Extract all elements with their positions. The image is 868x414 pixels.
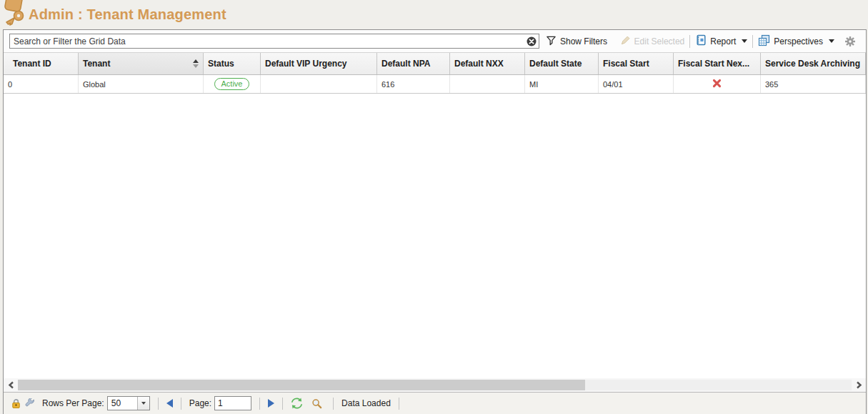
toolbar-separator [689, 35, 690, 48]
red-x-icon [712, 79, 722, 89]
grid-toolbar: Show Filters Edit Selected [4, 30, 866, 52]
grid-header-row: Tenant ID Tenant Status Default VIP Urge… [4, 52, 866, 75]
next-page-icon[interactable] [268, 399, 274, 408]
cell-default-state: MI [525, 75, 599, 93]
chevron-down-icon [829, 39, 834, 43]
grid-empty-area [4, 94, 866, 378]
column-header-tenant[interactable]: Tenant [79, 53, 204, 74]
data-loaded-status: Data Loaded [341, 398, 391, 408]
search-container [9, 34, 539, 49]
grid-panel: Show Filters Edit Selected [3, 29, 867, 414]
column-header-fiscal-start-next[interactable]: Fiscal Start Nex... [674, 53, 761, 74]
cell-fiscal-start-next [674, 75, 761, 93]
column-header-default-npa[interactable]: Default NPA [377, 53, 450, 74]
table-row[interactable]: 0 Global Active 616 MI 04/01 365 [4, 75, 866, 94]
rows-per-page-select[interactable]: 50 [107, 396, 150, 410]
horizontal-scrollbar [4, 378, 866, 392]
column-header-default-nxx[interactable]: Default NXX [450, 53, 525, 74]
perspectives-label: Perspectives [774, 36, 823, 46]
statusbar-separator [158, 398, 159, 410]
column-header-default-state[interactable]: Default State [525, 53, 599, 74]
statusbar-separator [282, 398, 283, 410]
prev-page-icon[interactable] [166, 399, 173, 408]
cell-tenant-id: 0 [4, 75, 79, 93]
page-title: Admin : Tenant Management [29, 6, 226, 23]
rows-per-page-label: Rows Per Page: [42, 398, 104, 408]
column-header-default-vip-urgency[interactable]: Default VIP Urgency [261, 53, 377, 74]
page-number-input[interactable] [214, 396, 251, 410]
cell-default-vip-urgency [261, 75, 377, 93]
cell-default-npa: 616 [377, 75, 450, 93]
report-notebook-icon [695, 34, 707, 48]
edit-selected-label: Edit Selected [634, 36, 685, 46]
select-chevron-down-icon [137, 397, 149, 410]
settings-gear-icon[interactable] [844, 36, 856, 47]
chevron-down-icon [742, 39, 747, 43]
statusbar-separator [181, 398, 181, 410]
wrench-icon[interactable] [24, 398, 35, 409]
rows-per-page-value: 50 [108, 397, 137, 410]
edit-pencil-icon [620, 35, 631, 48]
lock-icon[interactable] [11, 398, 21, 409]
statusbar-separator [333, 398, 334, 410]
toolbar-separator [752, 35, 753, 48]
cell-status: Active [204, 75, 261, 93]
scroll-left-arrow[interactable] [4, 378, 18, 392]
filter-funnel-icon [546, 35, 557, 48]
statusbar-separator [399, 398, 399, 410]
statusbar-separator [259, 398, 260, 410]
search-input[interactable] [10, 34, 539, 48]
column-header-status[interactable]: Status [204, 53, 261, 74]
statusbar: Rows Per Page: 50 Page: [4, 392, 866, 414]
titlebar: Admin : Tenant Management [0, 0, 868, 29]
column-header-service-desk-archiving[interactable]: Service Desk Archiving [761, 53, 866, 74]
show-filters-label: Show Filters [560, 36, 607, 46]
clear-search-icon[interactable] [527, 36, 537, 46]
cell-fiscal-start: 04/01 [599, 75, 674, 93]
show-filters-button[interactable]: Show Filters [546, 35, 607, 48]
perspectives-button[interactable]: Perspectives [758, 34, 834, 49]
column-header-tenant-id[interactable]: Tenant ID [4, 53, 79, 74]
report-label: Report [710, 36, 736, 46]
refresh-icon[interactable] [291, 398, 303, 409]
scrollbar-thumb[interactable] [18, 380, 585, 390]
perspectives-layers-icon [758, 34, 770, 49]
scroll-right-arrow[interactable] [852, 378, 866, 392]
edit-selected-button[interactable]: Edit Selected [620, 35, 685, 48]
scrollbar-track[interactable] [18, 380, 852, 390]
cell-tenant: Global [79, 75, 204, 93]
cell-service-desk-archiving: 365 [761, 75, 866, 93]
sort-asc-desc-icon[interactable] [189, 59, 199, 68]
admin-keys-icon [3, 0, 27, 26]
status-badge: Active [214, 78, 250, 90]
magnifier-icon[interactable] [311, 398, 322, 409]
report-button[interactable]: Report [695, 34, 747, 48]
page-label: Page: [189, 398, 211, 408]
column-header-fiscal-start[interactable]: Fiscal Start [599, 53, 674, 74]
cell-default-nxx [450, 75, 525, 93]
